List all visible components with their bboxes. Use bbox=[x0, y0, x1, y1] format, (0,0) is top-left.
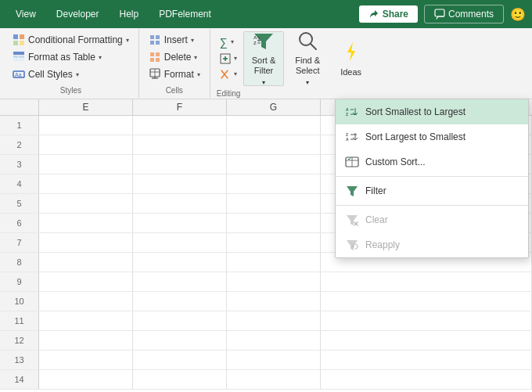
insert-button[interactable]: Insert ▾ bbox=[146, 32, 203, 48]
emoji-button[interactable]: 🙂 bbox=[510, 7, 526, 22]
filter-item[interactable]: Filter bbox=[336, 178, 528, 203]
format-as-table-button[interactable]: Format as Table ▾ bbox=[9, 49, 132, 65]
ideas-icon bbox=[341, 41, 361, 64]
cell[interactable] bbox=[39, 331, 133, 350]
cell[interactable] bbox=[133, 272, 227, 291]
comments-button[interactable]: Comments bbox=[424, 5, 504, 23]
cell[interactable] bbox=[321, 351, 532, 369]
cell[interactable] bbox=[39, 194, 133, 213]
cells-items: Insert ▾ Delete ▾ Format ▾ bbox=[146, 32, 203, 83]
cell[interactable] bbox=[227, 272, 321, 291]
sort-desc-label: Sort Largest to Smallest bbox=[365, 131, 466, 142]
cell[interactable] bbox=[227, 174, 321, 193]
custom-sort-item[interactable]: Custom Sort... bbox=[336, 149, 528, 174]
svg-rect-8 bbox=[13, 59, 18, 61]
cell[interactable] bbox=[133, 292, 227, 311]
cell[interactable] bbox=[321, 331, 532, 350]
cell-styles-button[interactable]: Aa Cell Styles ▾ bbox=[9, 67, 132, 82]
cell[interactable] bbox=[133, 116, 227, 135]
cell[interactable] bbox=[39, 174, 133, 193]
cell[interactable] bbox=[39, 233, 133, 252]
autosum-chevron: ▾ bbox=[231, 38, 234, 45]
row-num: 10 bbox=[0, 292, 39, 311]
cell[interactable] bbox=[227, 351, 321, 369]
cell[interactable] bbox=[321, 272, 532, 291]
cell[interactable] bbox=[39, 311, 133, 330]
table-row: 12 bbox=[0, 331, 532, 351]
cell[interactable] bbox=[321, 370, 532, 389]
delete-button[interactable]: Delete ▾ bbox=[146, 49, 203, 65]
cell[interactable] bbox=[133, 155, 227, 174]
menu-tab-developer[interactable]: Developer bbox=[47, 4, 109, 24]
cell[interactable] bbox=[227, 311, 321, 330]
share-button[interactable]: Share bbox=[359, 5, 418, 23]
format-label: Format bbox=[164, 69, 194, 80]
cell[interactable] bbox=[39, 135, 133, 154]
share-label: Share bbox=[383, 9, 408, 20]
cell[interactable] bbox=[227, 194, 321, 213]
cell[interactable] bbox=[39, 351, 133, 369]
sort-filter-dropdown: A Z Sort Smallest to Largest Z A Sort La… bbox=[335, 99, 529, 258]
cell[interactable] bbox=[133, 174, 227, 193]
cell[interactable] bbox=[39, 253, 133, 272]
fill-button[interactable]: ▾ bbox=[217, 52, 240, 66]
format-icon bbox=[149, 68, 161, 81]
svg-rect-9 bbox=[19, 59, 24, 61]
cell[interactable] bbox=[133, 370, 227, 389]
cell[interactable] bbox=[227, 331, 321, 350]
ideas-button[interactable]: Ideas bbox=[331, 31, 371, 86]
cell[interactable] bbox=[227, 116, 321, 135]
conditional-formatting-icon bbox=[13, 34, 25, 46]
cell[interactable] bbox=[227, 233, 321, 252]
cell[interactable] bbox=[133, 194, 227, 213]
cell[interactable] bbox=[39, 116, 133, 135]
comments-label: Comments bbox=[448, 9, 494, 20]
svg-text:Z: Z bbox=[346, 112, 348, 117]
sort-filter-button[interactable]: A Z Sort &Filter ▾ bbox=[243, 31, 285, 86]
sort-asc-item[interactable]: A Z Sort Smallest to Largest bbox=[336, 99, 528, 124]
svg-rect-16 bbox=[150, 52, 154, 56]
cell-styles-icon: Aa bbox=[13, 68, 25, 81]
cell[interactable] bbox=[227, 155, 321, 174]
menu-tab-view[interactable]: View bbox=[6, 4, 45, 24]
sort-desc-item[interactable]: Z A Sort Largest to Smallest bbox=[336, 124, 528, 149]
cell[interactable] bbox=[39, 292, 133, 311]
cell[interactable] bbox=[133, 253, 227, 272]
cell[interactable] bbox=[39, 214, 133, 232]
cell[interactable] bbox=[39, 272, 133, 291]
editing-group: ∑ ▾ ▾ ▾ bbox=[210, 29, 377, 98]
format-button[interactable]: Format ▾ bbox=[146, 67, 203, 82]
clear-filter-icon bbox=[345, 213, 359, 227]
cell[interactable] bbox=[227, 370, 321, 389]
menu-tab-help[interactable]: Help bbox=[110, 4, 149, 24]
cell[interactable] bbox=[133, 351, 227, 369]
find-select-button[interactable]: Find &Select ▾ bbox=[287, 31, 328, 86]
row-num: 13 bbox=[0, 351, 39, 369]
cell[interactable] bbox=[133, 214, 227, 232]
separator-1 bbox=[336, 176, 528, 177]
cell[interactable] bbox=[227, 135, 321, 154]
svg-marker-26 bbox=[254, 34, 273, 49]
clear-button[interactable]: ▾ bbox=[217, 67, 240, 81]
table-row: 11 bbox=[0, 311, 532, 331]
svg-marker-33 bbox=[347, 42, 355, 61]
cell[interactable] bbox=[227, 214, 321, 232]
svg-text:Z: Z bbox=[253, 41, 257, 45]
top-bar: View Developer Help PDFelement Share Com… bbox=[0, 0, 532, 28]
cell[interactable] bbox=[133, 135, 227, 154]
menu-tab-pdfelement[interactable]: PDFelement bbox=[149, 4, 221, 24]
cell[interactable] bbox=[227, 292, 321, 311]
col-header-f: F bbox=[133, 99, 227, 115]
autosum-button[interactable]: ∑ ▾ bbox=[217, 34, 240, 50]
delete-icon bbox=[149, 51, 161, 63]
cell[interactable] bbox=[133, 331, 227, 350]
cell[interactable] bbox=[227, 253, 321, 272]
conditional-formatting-button[interactable]: Conditional Formatting ▾ bbox=[9, 32, 132, 48]
cell[interactable] bbox=[39, 370, 133, 389]
cell[interactable] bbox=[133, 233, 227, 252]
cell[interactable] bbox=[321, 311, 532, 330]
cell[interactable] bbox=[39, 155, 133, 174]
col-header-e: E bbox=[39, 99, 133, 115]
cell[interactable] bbox=[133, 311, 227, 330]
cell[interactable] bbox=[321, 292, 532, 311]
